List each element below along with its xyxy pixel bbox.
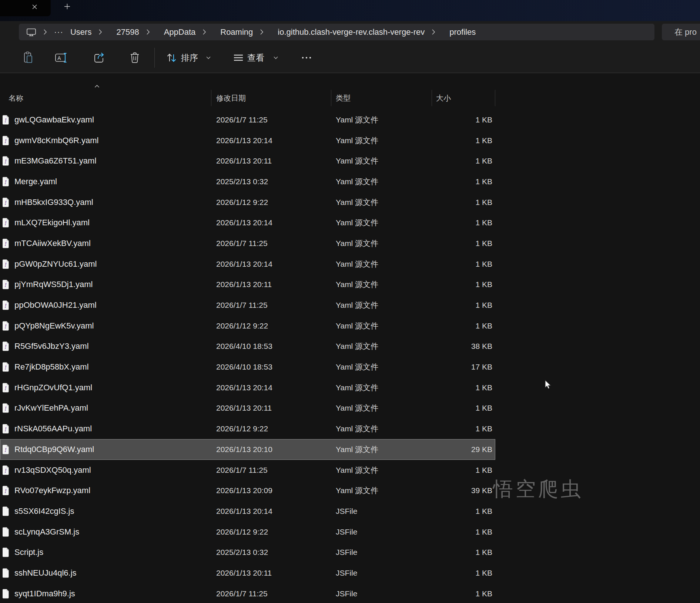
explorer-tab[interactable]: [0, 0, 51, 16]
table-row[interactable]: !mE3MGa6Z6T51.yaml2026/1/13 20:11Yaml 源文…: [0, 151, 495, 171]
table-row[interactable]: !rNSkA056AAPu.yaml2026/1/12 9:22Yaml 源文件…: [0, 418, 495, 439]
table-row[interactable]: !gwLQGawbaEkv.yaml2026/1/7 11:25Yaml 源文件…: [0, 110, 495, 130]
file-name-cell[interactable]: !rJvKwYlEehPA.yaml: [0, 403, 211, 413]
sort-label[interactable]: 排序: [181, 52, 198, 63]
yaml-file-icon: !: [1, 218, 10, 228]
breadcrumb-item-profiles[interactable]: profiles: [449, 27, 476, 37]
file-name-cell[interactable]: !ppObOWA0JH21.yaml: [0, 300, 211, 310]
table-row[interactable]: !RVo07eykFwzp.yaml2026/1/13 20:09Yaml 源文…: [0, 480, 495, 501]
table-row[interactable]: !rHGnpZOvUfQ1.yaml2026/1/13 20:14Yaml 源文…: [0, 377, 495, 398]
file-name-cell[interactable]: !mE3MGa6Z6T51.yaml: [0, 156, 211, 166]
file-name: rNSkA056AAPu.yaml: [14, 424, 92, 434]
file-date-modified: 2026/1/12 9:22: [211, 321, 331, 330]
new-tab-button[interactable]: [62, 1, 72, 11]
table-row[interactable]: !Merge.yaml2025/2/13 0:32Yaml 源文件1 KB: [0, 171, 495, 192]
column-header-size[interactable]: 大小: [432, 90, 495, 106]
file-explorer-window: { "tab_bar": { "close_tab_icon": "close-…: [0, 0, 700, 603]
view-button[interactable]: [230, 50, 247, 66]
breadcrumb-item-users[interactable]: Users: [70, 27, 91, 37]
file-name-cell[interactable]: !pGW0pZNYUc61.yaml: [0, 259, 211, 269]
table-row[interactable]: !gwmV8cKmbQ6R.yaml2026/1/13 20:14Yaml 源文…: [0, 130, 495, 151]
delete-button[interactable]: [127, 50, 143, 66]
table-row[interactable]: !R5Gf5v6JbzY3.yaml2026/4/10 18:53Yaml 源文…: [0, 336, 495, 357]
address-bar[interactable]: ···Users27598AppDataRoamingio.github.cla…: [19, 24, 654, 40]
file-name: Script.js: [14, 548, 43, 557]
file-name-cell[interactable]: !gwmV8cKmbQ6R.yaml: [0, 135, 211, 146]
close-tab-button[interactable]: [30, 2, 39, 11]
table-row[interactable]: !mLXQ7EkigoHl.yaml2026/1/13 20:14Yaml 源文…: [0, 212, 495, 233]
column-header-date[interactable]: 修改日期: [211, 90, 331, 106]
yaml-file-icon: !: [1, 403, 10, 413]
file-size: 1 KB: [432, 528, 495, 536]
file-name-cell[interactable]: !mHB5kxIG933Q.yaml: [0, 197, 211, 208]
file-name-cell[interactable]: !mLXQ7EkigoHl.yaml: [0, 218, 211, 228]
file-name-cell[interactable]: scLynqA3GrSM.js: [0, 527, 211, 537]
file-name-cell[interactable]: !Merge.yaml: [0, 176, 211, 187]
file-name-cell[interactable]: !Re7jkD8p58bX.yaml: [0, 362, 211, 372]
table-row[interactable]: scLynqA3GrSM.js2026/1/12 9:22JSFile1 KB: [0, 522, 495, 542]
breadcrumb-item-27598[interactable]: 27598: [116, 27, 139, 37]
chevron-right-icon[interactable]: [202, 29, 206, 35]
svg-text:!: !: [4, 343, 7, 350]
file-name-cell[interactable]: !rv13qSDXQ50q.yaml: [0, 465, 211, 475]
paste-button[interactable]: [20, 50, 36, 66]
column-header-type[interactable]: 类型: [331, 90, 432, 106]
file-name-cell[interactable]: !RVo07eykFwzp.yaml: [0, 485, 211, 496]
file-name-cell[interactable]: !rNSkA056AAPu.yaml: [0, 424, 211, 434]
search-input[interactable]: 在 pro: [674, 27, 697, 38]
file-name-cell[interactable]: !gwLQGawbaEkv.yaml: [0, 115, 211, 125]
chevron-right-icon[interactable]: [260, 29, 264, 35]
table-row[interactable]: !ppObOWA0JH21.yaml2026/1/7 11:25Yaml 源文件…: [0, 295, 495, 316]
breadcrumb-item-appdata[interactable]: AppData: [164, 27, 196, 37]
file-name-cell[interactable]: !rHGnpZOvUfQ1.yaml: [0, 383, 211, 393]
file-type: Yaml 源文件: [331, 259, 432, 269]
table-row[interactable]: !pGW0pZNYUc61.yaml2026/1/13 20:14Yaml 源文…: [0, 254, 495, 274]
chevron-right-icon[interactable]: [43, 29, 47, 35]
breadcrumb-item-io-github-clash-verge-rev-clash-verge-rev[interactable]: io.github.clash-verge-rev.clash-verge-re…: [278, 27, 425, 37]
search-box[interactable]: 在 pro: [662, 24, 700, 40]
file-type: JSFile: [331, 548, 432, 557]
table-row[interactable]: sshNEUJu4ql6.js2026/1/13 20:11JSFile1 KB: [0, 563, 495, 583]
rename-button[interactable]: A: [54, 50, 70, 66]
file-name: pGW0pZNYUc61.yaml: [14, 259, 97, 269]
file-size: 1 KB: [432, 280, 495, 289]
monitor-icon[interactable]: [26, 28, 36, 37]
chevron-right-icon[interactable]: [98, 29, 102, 35]
file-name-cell[interactable]: !mTCAiiwXekBV.yaml: [0, 238, 211, 249]
table-row[interactable]: !Re7jkD8p58bX.yaml2026/4/10 18:53Yaml 源文…: [0, 357, 495, 377]
breadcrumb-overflow-button[interactable]: ···: [54, 27, 63, 37]
share-button[interactable]: [91, 50, 107, 66]
table-row[interactable]: !mHB5kxIG933Q.yaml2026/1/12 9:22Yaml 源文件…: [0, 192, 495, 213]
chevron-right-icon[interactable]: [146, 29, 150, 35]
file-size: 1 KB: [432, 466, 495, 475]
file-type: Yaml 源文件: [331, 279, 432, 290]
column-header-name[interactable]: 名称: [0, 90, 211, 106]
file-name-cell[interactable]: sshNEUJu4ql6.js: [0, 568, 211, 578]
table-row[interactable]: !rJvKwYlEehPA.yaml2026/1/13 20:11Yaml 源文…: [0, 398, 495, 419]
view-label[interactable]: 查看: [247, 52, 264, 63]
table-row[interactable]: !mTCAiiwXekBV.yaml2026/1/7 11:25Yaml 源文件…: [0, 233, 495, 254]
file-name-cell[interactable]: syqt1IDma9h9.js: [0, 589, 211, 599]
sort-button[interactable]: [163, 50, 180, 66]
table-row-selected[interactable]: !Rtdq0CBp9Q6W.yaml2026/1/13 20:10Yaml 源文…: [0, 439, 495, 460]
rename-icon: A: [55, 51, 70, 64]
chevron-right-icon[interactable]: [432, 29, 435, 35]
table-row[interactable]: syqt1IDma9h9.js2026/1/7 11:25JSFile1 KB: [0, 583, 495, 603]
file-date-modified: 2025/2/13 0:32: [211, 177, 331, 186]
file-name-cell[interactable]: Script.js: [0, 547, 211, 557]
file-name-cell[interactable]: !Rtdq0CBp9Q6W.yaml: [0, 444, 211, 455]
breadcrumb-item-roaming[interactable]: Roaming: [220, 27, 253, 37]
file-name-cell[interactable]: !pjYmRqWS5Dj1.yaml: [0, 279, 211, 290]
table-row[interactable]: !pQYp8NgEwK5v.yaml2026/1/12 9:22Yaml 源文件…: [0, 316, 495, 336]
table-row[interactable]: s5SX6I42cgIS.js2026/1/13 20:14JSFile1 KB: [0, 501, 495, 522]
table-row[interactable]: !rv13qSDXQ50q.yaml2026/1/7 11:25Yaml 源文件…: [0, 460, 495, 481]
more-button[interactable]: [298, 50, 315, 66]
file-type: Yaml 源文件: [331, 197, 432, 208]
file-name: syqt1IDma9h9.js: [14, 589, 75, 599]
table-row[interactable]: Script.js2025/2/13 0:32JSFile1 KB: [0, 542, 495, 563]
file-type: Yaml 源文件: [331, 135, 432, 146]
file-name-cell[interactable]: s5SX6I42cgIS.js: [0, 506, 211, 516]
file-name-cell[interactable]: !R5Gf5v6JbzY3.yaml: [0, 341, 211, 351]
file-name-cell[interactable]: !pQYp8NgEwK5v.yaml: [0, 321, 211, 331]
table-row[interactable]: !pjYmRqWS5Dj1.yaml2026/1/13 20:11Yaml 源文…: [0, 274, 495, 295]
